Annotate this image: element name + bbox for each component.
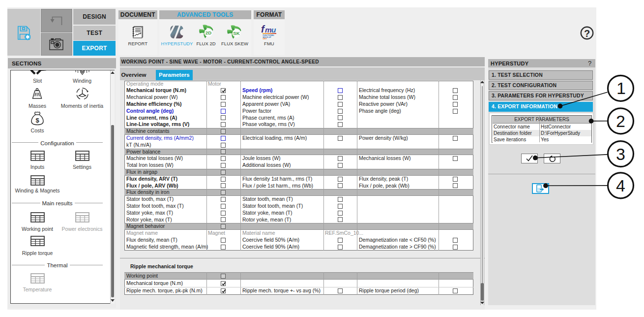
- svg-text:2: 2: [616, 112, 625, 130]
- svg-text:4: 4: [616, 176, 625, 195]
- svg-text:1: 1: [616, 79, 626, 97]
- svg-text:3: 3: [616, 145, 625, 163]
